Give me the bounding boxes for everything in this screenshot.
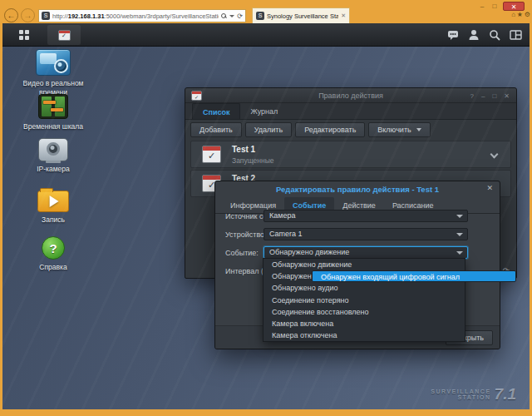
ip-camera-icon bbox=[38, 138, 68, 161]
tab-log[interactable]: Журнал bbox=[240, 103, 288, 119]
url-path: :5000/webman/3rdparty/SurveillanceStatio… bbox=[105, 12, 219, 20]
tab-title: Synology Surveillance Stati... bbox=[267, 12, 338, 20]
window-minimize-button[interactable]: – bbox=[477, 2, 487, 11]
window-help-icon[interactable]: ? bbox=[470, 92, 474, 100]
dropdown-item[interactable]: Камера включена bbox=[264, 318, 465, 329]
liveview-icon bbox=[36, 49, 71, 76]
window-toolbar: Добавить Удалить Редактировать Включить bbox=[185, 120, 516, 140]
desktop-icon-label: Запись bbox=[16, 215, 91, 225]
search-icon[interactable] bbox=[488, 28, 501, 42]
browser-back-button[interactable]: ← bbox=[4, 8, 18, 22]
window-minimize-icon[interactable]: – bbox=[481, 92, 485, 100]
desktop-icon-help[interactable]: ? Справка bbox=[16, 236, 91, 272]
expand-chevron-icon[interactable] bbox=[490, 151, 499, 159]
refresh-icon[interactable]: ⟳ bbox=[237, 12, 243, 20]
taskbar-app-action-rule[interactable]: ✓ bbox=[47, 25, 81, 45]
timeline-icon bbox=[38, 94, 68, 119]
browser-tab[interactable]: S Synology Surveillance Stati... ✕ bbox=[252, 7, 350, 23]
search-icon[interactable] bbox=[221, 13, 227, 19]
chevron-down-icon bbox=[416, 128, 421, 131]
event-dropdown-list: Обнаружено движение Обнаружен входящий ц… bbox=[263, 258, 466, 342]
device-select[interactable]: Camera 1 bbox=[264, 228, 468, 240]
desktop-icon-timeline[interactable]: Временная шкала bbox=[16, 94, 91, 131]
widgets-icon[interactable] bbox=[509, 28, 523, 42]
enable-button[interactable]: Включить bbox=[368, 122, 430, 137]
address-bar[interactable]: S http://192.168.1.31:5000/webman/3rdpar… bbox=[38, 9, 246, 22]
dropdown-item[interactable]: Обнаружено движение bbox=[264, 259, 465, 270]
window-maximize-button[interactable]: □ bbox=[490, 2, 500, 11]
rule-title: Test 1 bbox=[232, 145, 255, 154]
dsm-taskbar: ✓ bbox=[2, 23, 530, 47]
chevron-down-icon[interactable] bbox=[229, 15, 234, 17]
url-host: 192.168.1.31 bbox=[68, 12, 105, 20]
dropdown-item[interactable]: Соединение восстановлено bbox=[264, 306, 465, 318]
window-close-icon[interactable]: ✕ bbox=[504, 92, 510, 100]
tab-list[interactable]: Список bbox=[192, 103, 240, 119]
desktop-icon-label: Справка bbox=[16, 263, 91, 272]
dropdown-item[interactable]: Соединение потеряно bbox=[264, 295, 465, 306]
desktop-icon-liveview[interactable]: Видео в реальном времени bbox=[16, 49, 91, 97]
rule-icon: ✓ bbox=[202, 146, 221, 163]
add-button[interactable]: Добавить bbox=[190, 122, 242, 137]
chevron-down-icon bbox=[456, 233, 463, 236]
main-menu-grid-icon bbox=[19, 30, 30, 41]
site-favicon: S bbox=[42, 12, 50, 20]
rule-row-test1[interactable]: ✓ Test 1 Запущенные bbox=[190, 141, 511, 168]
browser-forward-button[interactable]: → bbox=[21, 8, 35, 22]
dialog-close-icon[interactable]: ✕ bbox=[486, 184, 493, 192]
window-titlebar[interactable]: ✓ Правило действия ? – □ ✕ bbox=[185, 88, 516, 103]
tab-favicon: S bbox=[256, 12, 264, 20]
url-scheme: http:// bbox=[52, 12, 68, 20]
window-maximize-icon[interactable]: □ bbox=[492, 92, 496, 100]
favorites-icon[interactable]: ★ bbox=[517, 11, 523, 18]
dropdown-item[interactable]: Камера отключена bbox=[264, 329, 465, 341]
recording-folder-icon bbox=[37, 191, 69, 212]
event-select[interactable]: Обнаружено движение bbox=[264, 246, 468, 259]
page-viewport: ✓ Видео в реальном времени Временная шка… bbox=[2, 23, 530, 409]
surveillance-station-logo: SurveillanceStation 7.1 bbox=[431, 388, 516, 401]
desktop-icon-label: IP-камера bbox=[16, 165, 91, 174]
dropdown-item[interactable]: Обнаружено аудио bbox=[264, 282, 465, 294]
user-icon[interactable] bbox=[467, 28, 480, 42]
action-rule-app-icon: ✓ bbox=[58, 30, 71, 41]
edit-button[interactable]: Редактировать bbox=[295, 122, 365, 137]
desktop-icon-label: Временная шкала bbox=[16, 122, 91, 131]
window-close-button[interactable]: ✕ bbox=[503, 2, 525, 11]
url-text: http://192.168.1.31:5000/webman/3rdparty… bbox=[52, 12, 219, 20]
rule-status: Запущенные bbox=[232, 156, 274, 165]
event-source-select[interactable]: Камера bbox=[264, 210, 468, 222]
chevron-down-icon bbox=[456, 215, 463, 218]
chevron-down-icon bbox=[456, 251, 463, 255]
main-menu-button[interactable] bbox=[6, 23, 42, 47]
device-label: Устройство: bbox=[225, 230, 267, 239]
event-label: Событие: bbox=[225, 249, 259, 257]
desktop-icon-recording[interactable]: Запись bbox=[16, 186, 91, 225]
tab-close-icon[interactable]: ✕ bbox=[341, 12, 346, 19]
desktop: Видео в реальном времени Временная шкала… bbox=[2, 47, 530, 409]
tools-icon[interactable]: ⚙ bbox=[525, 11, 530, 18]
delete-button[interactable]: Удалить bbox=[245, 122, 292, 137]
dropdown-item-selected[interactable]: Обнаружен входящий цифровой сигнал bbox=[312, 270, 516, 282]
desktop-icon-ipcamera[interactable]: IP-камера bbox=[16, 138, 91, 174]
home-icon[interactable]: ⌂ bbox=[511, 11, 515, 18]
window-title: Правило действия bbox=[185, 88, 516, 103]
browser-window: – □ ✕ ← → S http://192.168.1.31:5000/web… bbox=[0, 0, 532, 416]
help-icon: ? bbox=[42, 236, 65, 260]
window-tabbar: Список Журнал bbox=[185, 103, 516, 120]
notifications-icon[interactable] bbox=[446, 28, 460, 42]
dialog-title: Редактировать правило действия - Test 1 bbox=[215, 181, 500, 197]
